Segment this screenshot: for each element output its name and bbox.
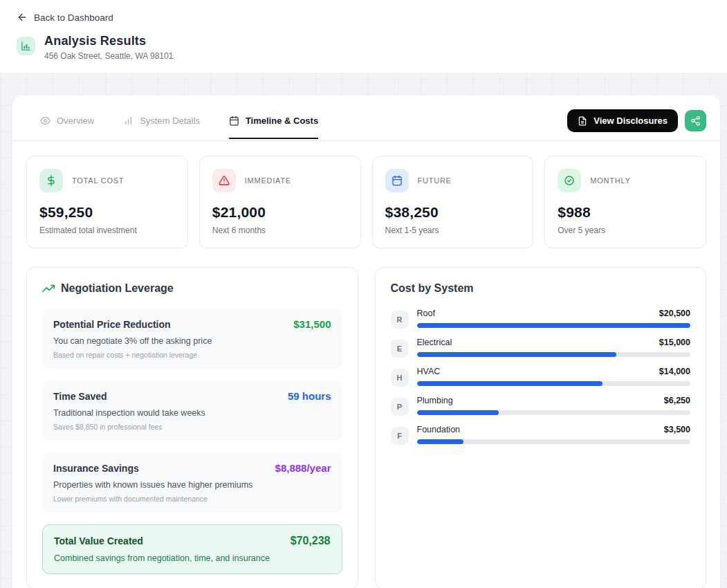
cost-by-system-panel: Cost by System R Roof $20,500 [375,267,707,588]
cost-bar-fill [417,410,499,415]
lever-value: $8,888/year [275,462,331,474]
tab-timeline-costs[interactable]: Timeline & Costs [229,111,318,139]
lever-value: 59 hours [288,390,331,402]
total-title: Total Value Created [54,535,143,546]
calendar-icon [385,169,409,192]
stat-card-future: FUTURE $38,250 Next 1-5 years [372,156,534,248]
eye-icon [40,116,50,126]
cost-bar-fill [417,439,463,444]
cost-row-roof: R Roof $20,500 [391,309,691,329]
panel-title: Negotiation Leverage [61,282,174,295]
stat-value: $59,250 [39,204,175,221]
cost-bar-fill [417,352,617,357]
stat-value: $38,250 [385,204,521,221]
system-label: Foundation [417,425,461,434]
analysis-results-card: Overview System Details Timeline & Costs [12,95,720,588]
total-desc: Combined savings from negotiation, time,… [54,553,331,563]
total-value: $70,238 [291,535,331,547]
system-value: $3,500 [664,425,690,434]
system-badge: R [391,311,409,329]
bar-chart-icon [123,116,134,126]
arrow-left-icon [17,12,28,23]
back-label: Back to Dashboard [34,12,113,23]
share-button[interactable] [685,110,706,131]
system-value: $14,000 [659,367,690,376]
total-value-created-box: Total Value Created $70,238 Combined sav… [42,524,342,574]
cost-row-plumbing: P Plumbing $6,250 [391,396,691,416]
cost-bar-fill [417,323,691,328]
stat-label: IMMEDIATE [245,176,291,185]
negotiation-leverage-panel: Negotiation Leverage Potential Price Red… [26,267,358,588]
lever-note: Based on repair costs + negotiation leve… [53,351,331,359]
system-badge: E [391,340,409,358]
alert-triangle-icon [212,169,236,192]
cost-row-hvac: H HVAC $14,000 [391,367,691,387]
dollar-icon [39,169,63,192]
tab-system-details[interactable]: System Details [123,111,200,139]
lever-item-price-reduction: Potential Price Reduction $31,500 You ca… [42,309,342,369]
stat-card-monthly: MONTHLY $988 Over 5 years [544,156,706,248]
lever-desc: Properties with known issues have higher… [53,480,331,490]
check-circle-icon [558,169,581,192]
lever-title: Time Saved [53,391,107,402]
view-disclosures-label: View Disclosures [593,116,668,126]
cost-bar-track [417,352,691,357]
analysis-chart-icon [17,37,35,55]
lever-desc: Traditional inspection would take weeks [53,408,331,418]
stat-value: $988 [558,204,693,221]
tab-label: Timeline & Costs [246,116,318,126]
system-label: Roof [417,309,435,318]
system-value: $15,000 [659,338,690,347]
lever-value: $31,500 [293,318,331,330]
stat-sub: Next 6 months [212,226,348,235]
stat-label: TOTAL COST [72,176,124,185]
lever-item-insurance-savings: Insurance Savings $8,888/year Properties… [42,452,342,513]
tab-label: Overview [57,116,94,126]
stat-label: FUTURE [418,176,452,185]
cost-row-foundation: F Foundation $3,500 [391,425,691,445]
system-label: Plumbing [417,396,453,405]
cost-bar-track [417,323,691,328]
document-icon [578,116,587,126]
cost-bar-track [417,381,691,386]
stat-sub: Next 1-5 years [385,226,521,235]
top-header: Back to Dashboard Analysis Results 456 O… [0,0,727,73]
stat-value: $21,000 [212,204,348,221]
share-icon [690,116,701,126]
cost-row-electrical: E Electrical $15,000 [391,338,691,358]
system-value: $6,250 [664,396,690,405]
lever-title: Potential Price Reduction [53,319,171,330]
system-label: Electrical [417,338,452,347]
stat-sub: Over 5 years [558,226,693,235]
tab-bar: Overview System Details Timeline & Costs [12,95,720,141]
stat-label: MONTHLY [590,176,630,185]
stat-card-total-cost: TOTAL COST $59,250 Estimated total inves… [26,156,188,248]
panel-title: Cost by System [391,282,474,295]
page-title: Analysis Results [44,34,173,48]
stat-sub: Estimated total investment [39,226,175,235]
cost-bar-track [417,410,691,415]
calendar-icon [229,116,239,126]
tab-label: System Details [140,116,200,126]
trending-up-icon [42,282,55,295]
lever-note: Saves $8,850 in professional fees [53,423,331,431]
lever-item-time-saved: Time Saved 59 hours Traditional inspecti… [42,380,342,441]
cost-bar-track [417,439,691,444]
system-value: $20,500 [659,309,690,318]
back-to-dashboard-link[interactable]: Back to Dashboard [17,12,113,23]
system-label: HVAC [417,367,441,376]
property-address: 456 Oak Street, Seattle, WA 98101 [44,51,173,61]
lever-desc: You can negotiate 3% off the asking pric… [53,336,331,346]
summary-cards: TOTAL COST $59,250 Estimated total inves… [26,156,706,248]
stat-card-immediate: IMMEDIATE $21,000 Next 6 months [199,156,361,248]
view-disclosures-button[interactable]: View Disclosures [567,109,678,132]
lever-title: Insurance Savings [53,463,139,474]
lever-note: Lower premiums with documented maintenan… [53,495,331,503]
system-badge: H [391,369,409,387]
tab-overview[interactable]: Overview [40,111,94,139]
cost-bar-fill [417,381,603,386]
system-badge: P [391,398,409,416]
system-badge: F [391,427,409,445]
